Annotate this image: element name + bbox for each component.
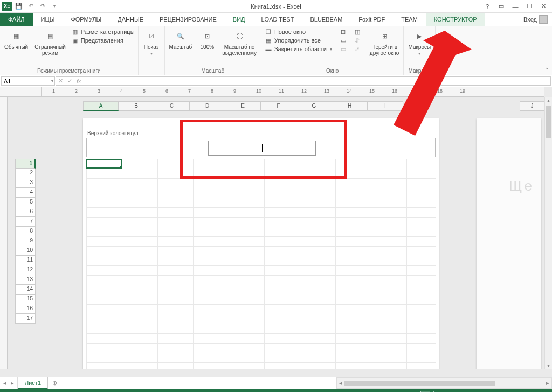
row-header[interactable]: 12: [15, 265, 36, 275]
horizontal-scrollbar[interactable]: ◂ ▸: [336, 377, 552, 389]
hide-button[interactable]: ▭: [340, 37, 347, 44]
add-sheet-button[interactable]: ⊕: [48, 377, 61, 389]
ribbon-options-icon[interactable]: ▭: [495, 1, 508, 12]
freeze-icon: ▬: [265, 45, 272, 53]
row-header[interactable]: 1: [15, 159, 36, 169]
custom-views-button[interactable]: ▣Представления: [71, 37, 135, 44]
zoom-100-button[interactable]: ⊡ 100%: [197, 28, 217, 51]
row-header[interactable]: 4: [15, 188, 36, 198]
tab-design[interactable]: КОНСТРУКТОР: [426, 13, 485, 26]
freeze-panes-button[interactable]: ▬Закрепить области▾: [265, 45, 332, 53]
save-icon[interactable]: 💾: [14, 2, 24, 11]
tab-file[interactable]: ФАЙЛ: [0, 13, 33, 26]
reset-pos-button[interactable]: ⤢: [354, 45, 361, 53]
ruler-tick: 11: [279, 88, 284, 94]
name-box[interactable]: A1▾: [1, 76, 55, 86]
enter-icon[interactable]: ✓: [67, 78, 72, 85]
zoom-selection-icon: ⛶: [232, 29, 246, 43]
unhide-button[interactable]: ▭: [340, 45, 347, 53]
tab-loadtest[interactable]: LOAD TEST: [253, 13, 302, 26]
scroll-right-icon[interactable]: ▸: [544, 380, 551, 387]
row-headers: 1234567891011121314151617: [15, 159, 36, 324]
tab-home[interactable]: ИЦЫ: [33, 13, 63, 26]
column-header[interactable]: E: [225, 101, 261, 111]
scroll-thumb[interactable]: [546, 106, 551, 138]
column-header[interactable]: A: [83, 101, 119, 111]
zoom-button[interactable]: 🔍 Масштаб: [168, 28, 194, 51]
row-header[interactable]: 9: [15, 236, 36, 246]
minimize-icon[interactable]: —: [509, 1, 522, 12]
row-header[interactable]: 13: [15, 275, 36, 285]
horizontal-ruler[interactable]: 12345678910111213141516171819: [42, 87, 544, 97]
row-header[interactable]: 15: [15, 295, 36, 304]
vertical-scrollbar[interactable]: ▴ ▾: [544, 97, 552, 369]
row-header[interactable]: 10: [15, 246, 36, 256]
column-header[interactable]: F: [261, 101, 296, 111]
column-header-j[interactable]: J: [520, 101, 544, 111]
signin-button[interactable]: Вход: [519, 13, 552, 26]
row-header[interactable]: 17: [15, 314, 36, 324]
redo-icon[interactable]: ↷: [38, 2, 47, 11]
fx-icon[interactable]: fx: [77, 78, 81, 85]
row-header[interactable]: 5: [15, 198, 36, 207]
next-sheet-icon[interactable]: ▸: [11, 380, 14, 387]
tab-review[interactable]: РЕЦЕНЗИРОВАНИЕ: [151, 13, 225, 26]
tab-formulas[interactable]: ФОРМУЛЫ: [63, 13, 109, 26]
help-icon[interactable]: ?: [481, 1, 494, 12]
row-header[interactable]: 16: [15, 304, 36, 314]
undo-icon[interactable]: ↶: [26, 2, 36, 11]
excel-icon[interactable]: X≡: [2, 2, 12, 11]
scroll-down-icon[interactable]: ▾: [545, 362, 552, 369]
switch-windows-button[interactable]: ⊞ Перейти в другое окно: [369, 28, 401, 57]
sheet-nav[interactable]: ◂▸: [0, 377, 18, 389]
show-button[interactable]: ☑ Показ ▾: [142, 28, 161, 57]
tab-bluebeam[interactable]: BLUEBEAM: [302, 13, 350, 26]
scroll-thumb[interactable]: [344, 381, 495, 386]
row-header[interactable]: 11: [15, 256, 36, 265]
tab-view[interactable]: ВИД: [225, 13, 253, 26]
zoom-selection-button[interactable]: ⛶ Масштаб по выделенному: [221, 28, 258, 57]
column-header[interactable]: B: [119, 101, 154, 111]
qat-dropdown-icon[interactable]: ▾: [50, 2, 59, 11]
row-header[interactable]: 14: [15, 285, 36, 295]
maximize-icon[interactable]: ☐: [523, 1, 536, 12]
chevron-down-icon[interactable]: ▾: [51, 79, 53, 83]
scroll-left-icon[interactable]: ◂: [337, 380, 344, 387]
split-button[interactable]: ⊞: [340, 28, 347, 36]
macros-button[interactable]: ▶ Макросы ▾: [407, 28, 432, 57]
prev-sheet-icon[interactable]: ◂: [3, 380, 6, 387]
sheet-tab-1[interactable]: Лист1: [18, 377, 48, 389]
row-header[interactable]: 2: [15, 169, 36, 178]
selected-cell[interactable]: [86, 159, 122, 169]
normal-view-button[interactable]: ▦ Обычный: [3, 28, 29, 51]
column-header[interactable]: C: [154, 101, 190, 111]
tab-foxit[interactable]: Foxit PDF: [350, 13, 393, 26]
row-header[interactable]: 7: [15, 217, 36, 227]
column-header[interactable]: I: [368, 101, 403, 111]
page-layout-button[interactable]: ▥Разметка страницы: [71, 28, 135, 36]
new-window-button[interactable]: ❐Новое окно: [265, 28, 332, 36]
cell-grid[interactable]: [86, 159, 436, 369]
side-by-side-button[interactable]: ◫: [354, 28, 361, 36]
tab-team[interactable]: TEAM: [393, 13, 426, 26]
row-header[interactable]: 8: [15, 227, 36, 236]
column-header[interactable]: D: [190, 101, 225, 111]
cancel-icon[interactable]: ✕: [58, 78, 63, 85]
vertical-ruler[interactable]: [0, 97, 8, 369]
fill-handle[interactable]: [120, 166, 122, 169]
formula-input[interactable]: [84, 76, 551, 86]
arrange-all-button[interactable]: ▦Упорядочить все: [265, 37, 332, 44]
tab-data[interactable]: ДАННЫЕ: [109, 13, 151, 26]
row-header[interactable]: 6: [15, 207, 36, 217]
column-header[interactable]: H: [332, 101, 368, 111]
grid-area[interactable]: ABCDEFGHI J 1234567891011121314151617 Ве…: [8, 97, 544, 369]
scroll-up-icon[interactable]: ▴: [545, 97, 552, 104]
pagebreak-view-button[interactable]: ▤ Страничный режим: [33, 28, 67, 57]
sync-scroll-button[interactable]: ⇵: [354, 37, 361, 44]
group-workbook-views: ▦ Обычный ▤ Страничный режим ▥Разметка с…: [0, 26, 139, 75]
close-icon[interactable]: ✕: [537, 1, 550, 12]
row-header[interactable]: 3: [15, 178, 36, 188]
pagebreak-icon: ▤: [43, 29, 57, 43]
collapse-ribbon-icon[interactable]: ⌃: [544, 67, 549, 73]
column-header[interactable]: G: [296, 101, 332, 111]
